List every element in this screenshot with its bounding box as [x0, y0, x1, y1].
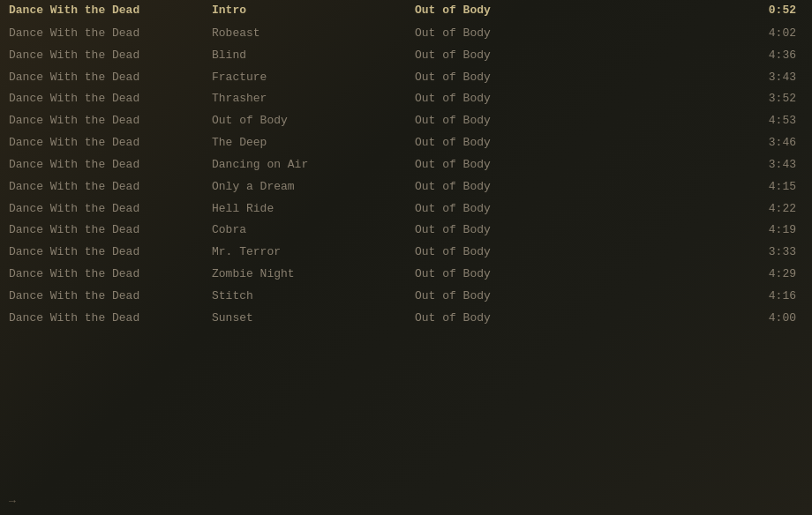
track-title: The Deep [212, 135, 415, 152]
track-list: Dance With the Dead Intro Out of Body 0:… [0, 0, 812, 330]
track-duration: 4:15 [556, 179, 803, 196]
track-album: Out of Body [415, 179, 556, 196]
table-row[interactable]: Dance With the DeadCobraOut of Body4:19 [0, 220, 812, 242]
track-duration: 3:52 [556, 91, 803, 108]
track-title: Fracture [212, 70, 415, 86]
table-row[interactable]: Dance With the DeadRobeastOut of Body4:0… [0, 23, 812, 45]
table-row[interactable]: Dance With the DeadFractureOut of Body3:… [0, 67, 812, 89]
track-title: Hell Ride [212, 201, 415, 218]
track-duration: 3:43 [556, 70, 803, 86]
track-duration: 3:46 [556, 135, 803, 152]
track-duration: 3:33 [556, 244, 803, 261]
track-duration: 4:19 [556, 222, 803, 239]
table-row[interactable]: Dance With the DeadThrasherOut of Body3:… [0, 88, 812, 110]
table-row[interactable]: Dance With the DeadStitchOut of Body4:16 [0, 286, 812, 308]
track-duration: 4:16 [556, 288, 803, 305]
track-duration: 4:00 [556, 310, 803, 327]
track-title: Dancing on Air [212, 157, 415, 174]
track-album: Out of Body [415, 135, 556, 152]
header-album: Out of Body [415, 3, 556, 19]
table-row[interactable]: Dance With the DeadOnly a DreamOut of Bo… [0, 176, 812, 198]
track-artist: Dance With the Dead [9, 26, 212, 42]
track-artist: Dance With the Dead [9, 266, 212, 283]
header-title: Intro [212, 3, 415, 19]
table-row[interactable]: Dance With the DeadZombie NightOut of Bo… [0, 264, 812, 286]
table-row[interactable]: Dance With the DeadMr. TerrorOut of Body… [0, 242, 812, 264]
track-album: Out of Body [415, 266, 556, 283]
track-title: Stitch [212, 288, 415, 305]
track-artist: Dance With the Dead [9, 113, 212, 130]
header-artist: Dance With the Dead [9, 3, 212, 19]
track-duration: 4:22 [556, 201, 803, 218]
track-artist: Dance With the Dead [9, 244, 212, 261]
track-artist: Dance With the Dead [9, 48, 212, 64]
track-title: Only a Dream [212, 179, 415, 196]
table-row[interactable]: Dance With the DeadThe DeepOut of Body3:… [0, 132, 812, 154]
footer-arrow: → [9, 495, 16, 508]
track-album: Out of Body [415, 91, 556, 108]
track-title: Sunset [212, 310, 415, 327]
track-duration: 4:53 [556, 113, 803, 130]
track-duration: 4:02 [556, 26, 803, 42]
track-album: Out of Body [415, 26, 556, 42]
track-artist: Dance With the Dead [9, 70, 212, 86]
track-album: Out of Body [415, 113, 556, 130]
track-album: Out of Body [415, 157, 556, 174]
track-artist: Dance With the Dead [9, 222, 212, 239]
track-album: Out of Body [415, 201, 556, 218]
table-row[interactable]: Dance With the DeadSunsetOut of Body4:00 [0, 308, 812, 330]
track-title: Thrasher [212, 91, 415, 108]
track-album: Out of Body [415, 70, 556, 86]
track-album: Out of Body [415, 310, 556, 327]
track-title: Cobra [212, 222, 415, 239]
track-artist: Dance With the Dead [9, 288, 212, 305]
track-title: Blind [212, 48, 415, 64]
track-duration: 3:43 [556, 157, 803, 174]
track-title: Robeast [212, 26, 415, 42]
track-artist: Dance With the Dead [9, 91, 212, 108]
table-header: Dance With the Dead Intro Out of Body 0:… [0, 0, 812, 23]
table-row[interactable]: Dance With the DeadOut of BodyOut of Bod… [0, 110, 812, 132]
table-row[interactable]: Dance With the DeadHell RideOut of Body4… [0, 198, 812, 220]
track-album: Out of Body [415, 48, 556, 64]
track-title: Zombie Night [212, 266, 415, 283]
track-duration: 4:36 [556, 48, 803, 64]
track-artist: Dance With the Dead [9, 135, 212, 152]
track-artist: Dance With the Dead [9, 157, 212, 174]
track-duration: 4:29 [556, 266, 803, 283]
table-row[interactable]: Dance With the DeadBlindOut of Body4:36 [0, 45, 812, 67]
header-duration: 0:52 [556, 3, 803, 19]
track-album: Out of Body [415, 222, 556, 239]
track-title: Mr. Terror [212, 244, 415, 261]
track-title: Out of Body [212, 113, 415, 130]
table-row[interactable]: Dance With the DeadDancing on AirOut of … [0, 154, 812, 176]
track-album: Out of Body [415, 288, 556, 305]
track-artist: Dance With the Dead [9, 310, 212, 327]
track-artist: Dance With the Dead [9, 179, 212, 196]
track-album: Out of Body [415, 244, 556, 261]
track-artist: Dance With the Dead [9, 201, 212, 218]
